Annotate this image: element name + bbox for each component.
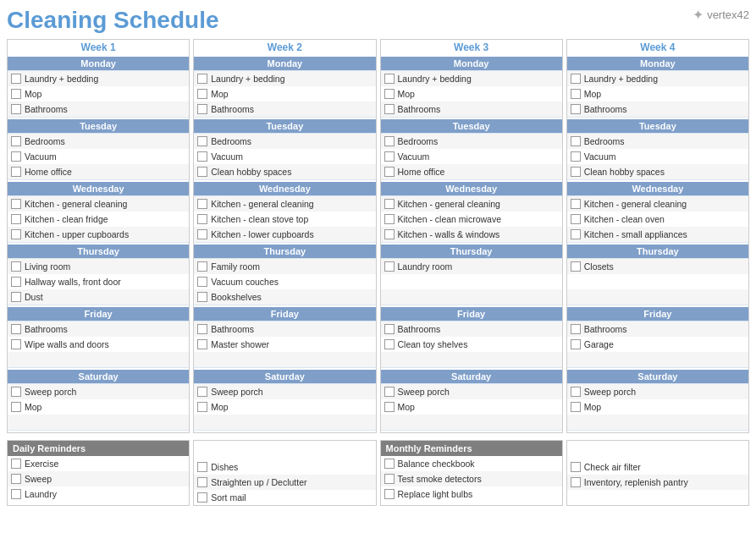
checkbox[interactable] xyxy=(384,229,395,239)
checkbox[interactable] xyxy=(11,292,21,302)
checkbox[interactable] xyxy=(384,474,395,484)
checkbox[interactable] xyxy=(571,167,581,177)
week1-day-1: MondayLaundry + beddingMopBathrooms xyxy=(8,57,189,118)
checkbox[interactable] xyxy=(384,261,395,272)
reminders-section: Daily RemindersExerciseSweepLaundryDishe… xyxy=(7,440,749,506)
checkbox[interactable] xyxy=(197,74,207,84)
checkbox[interactable] xyxy=(11,136,21,146)
checkbox[interactable] xyxy=(571,462,581,472)
list-item: Laundry + bedding xyxy=(567,71,748,86)
checkbox[interactable] xyxy=(384,324,395,334)
list-item xyxy=(8,352,189,367)
checkbox[interactable] xyxy=(11,151,21,162)
checkbox[interactable] xyxy=(384,489,395,499)
checkbox[interactable] xyxy=(384,74,395,84)
checkbox[interactable] xyxy=(384,214,395,224)
checkbox[interactable] xyxy=(11,89,21,99)
list-item: Kitchen - general cleaning xyxy=(567,196,748,212)
item-text: Kitchen - clean stove top xyxy=(211,214,308,224)
checkbox[interactable] xyxy=(571,136,581,146)
item-text: Closets xyxy=(584,261,614,272)
checkbox[interactable] xyxy=(384,387,395,397)
checkbox[interactable] xyxy=(197,199,207,209)
list-item xyxy=(381,289,562,305)
checkbox[interactable] xyxy=(11,277,21,287)
week2-day-2: TuesdayBedroomsVacuumClean hobby spaces xyxy=(194,119,375,180)
checkbox[interactable] xyxy=(571,199,581,209)
checkbox[interactable] xyxy=(197,214,207,224)
checkbox[interactable] xyxy=(11,74,21,84)
list-item: Mop xyxy=(381,86,562,102)
checkbox[interactable] xyxy=(197,477,207,487)
item-text: Hallway walls, front door xyxy=(25,277,121,287)
checkbox[interactable] xyxy=(11,339,21,349)
checkbox[interactable] xyxy=(197,387,207,397)
day-header-week1-5: Friday xyxy=(8,307,189,321)
checkbox[interactable] xyxy=(384,136,395,146)
checkbox[interactable] xyxy=(11,324,21,334)
checkbox[interactable] xyxy=(11,214,21,224)
week2-day-5: FridayBathroomsMaster shower xyxy=(194,307,375,368)
checkbox[interactable] xyxy=(384,339,395,349)
checkbox[interactable] xyxy=(571,477,581,487)
reminder-header: Monthly Reminders xyxy=(381,441,562,456)
checkbox[interactable] xyxy=(571,402,581,412)
checkbox[interactable] xyxy=(197,339,207,349)
checkbox[interactable] xyxy=(384,167,395,177)
checkbox[interactable] xyxy=(197,292,207,302)
checkbox[interactable] xyxy=(197,89,207,99)
checkbox[interactable] xyxy=(571,229,581,239)
checkbox[interactable] xyxy=(384,459,395,469)
checkbox[interactable] xyxy=(571,104,581,114)
list-item: Mop xyxy=(567,399,748,415)
checkbox[interactable] xyxy=(11,261,21,272)
checkbox[interactable] xyxy=(571,151,581,162)
checkbox[interactable] xyxy=(197,462,207,472)
checkbox[interactable] xyxy=(197,402,207,412)
list-item xyxy=(381,415,562,430)
list-item: Vacuum xyxy=(194,149,375,164)
list-item: Bathrooms xyxy=(8,321,189,337)
checkbox[interactable] xyxy=(197,492,207,503)
item-text: Bathrooms xyxy=(25,324,68,334)
checkbox[interactable] xyxy=(11,489,21,499)
checkbox[interactable] xyxy=(197,151,207,162)
checkbox[interactable] xyxy=(384,104,395,114)
checkbox[interactable] xyxy=(384,199,395,209)
checkbox[interactable] xyxy=(384,89,395,99)
checkbox[interactable] xyxy=(197,261,207,272)
checkbox[interactable] xyxy=(11,474,21,484)
checkbox[interactable] xyxy=(11,229,21,239)
checkbox[interactable] xyxy=(197,167,207,177)
item-text: Kitchen - general cleaning xyxy=(211,199,313,209)
checkbox[interactable] xyxy=(197,229,207,239)
checkbox[interactable] xyxy=(197,277,207,287)
checkbox[interactable] xyxy=(571,324,581,334)
checkbox[interactable] xyxy=(571,89,581,99)
item-text: Sweep porch xyxy=(211,387,262,397)
checkbox[interactable] xyxy=(571,74,581,84)
checkbox[interactable] xyxy=(384,402,395,412)
checkbox[interactable] xyxy=(11,459,21,469)
item-text: Mop xyxy=(584,402,601,412)
checkbox[interactable] xyxy=(11,167,21,177)
item-text: Kitchen - clean microwave xyxy=(398,214,502,224)
checkbox[interactable] xyxy=(571,214,581,224)
item-text: Family room xyxy=(211,261,260,272)
checkbox[interactable] xyxy=(197,136,207,146)
day-header-week1-4: Thursday xyxy=(8,245,189,258)
checkbox[interactable] xyxy=(571,339,581,349)
checkbox[interactable] xyxy=(11,104,21,114)
checkbox[interactable] xyxy=(197,104,207,114)
list-item: Mop xyxy=(8,399,189,415)
checkbox[interactable] xyxy=(571,387,581,397)
checkbox[interactable] xyxy=(384,151,395,162)
week2-day-4: ThursdayFamily roomVacuum couchesBookshe… xyxy=(194,245,375,305)
checkbox[interactable] xyxy=(11,387,21,397)
checkbox[interactable] xyxy=(571,261,581,272)
checkbox[interactable] xyxy=(11,199,21,209)
checkbox[interactable] xyxy=(197,324,207,334)
week1-day-5: FridayBathroomsWipe walls and doors xyxy=(8,307,189,368)
day-header-week3-4: Thursday xyxy=(381,245,562,258)
checkbox[interactable] xyxy=(11,402,21,412)
